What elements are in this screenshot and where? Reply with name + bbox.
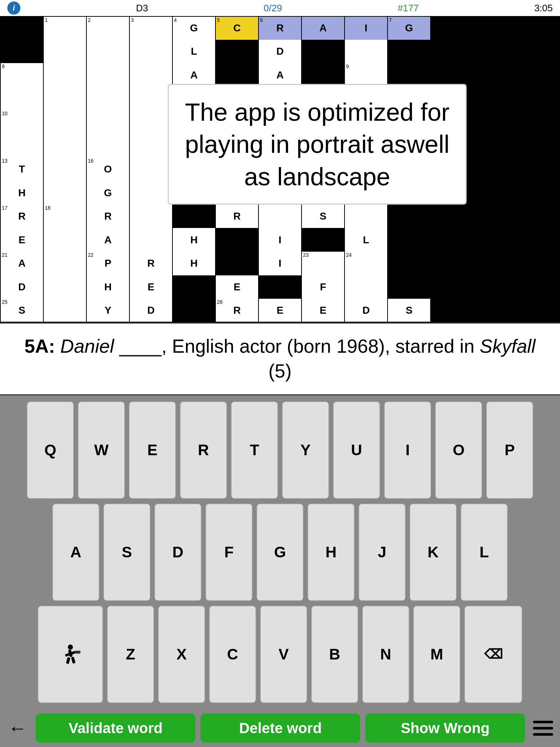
validate-button[interactable]: Validate word [36,713,195,743]
cell-highlighted[interactable]: 6R [259,17,301,40]
table-row[interactable]: 3 [130,17,172,40]
table-row[interactable] [44,110,86,134]
table-row[interactable]: 4G [173,17,215,40]
key-w[interactable]: W [78,401,125,499]
table-row[interactable]: 10 [1,110,43,134]
key-u[interactable]: U [333,401,380,499]
table-row[interactable]: I [259,252,301,275]
table-row[interactable] [1,134,43,158]
table-row[interactable]: S [302,205,344,228]
table-row[interactable] [130,134,172,158]
table-row[interactable]: L [345,228,387,252]
table-row[interactable]: G [87,181,129,205]
table-row[interactable]: D [259,40,301,63]
table-row[interactable]: 2 [87,17,129,40]
table-row[interactable]: 22P [87,252,129,275]
table-row[interactable] [259,205,301,228]
table-row[interactable] [130,87,172,111]
table-row[interactable] [87,134,129,158]
back-button[interactable]: ← [4,717,31,739]
cell-selected[interactable]: 5C [216,17,258,40]
table-row[interactable]: R [87,205,129,228]
table-row[interactable]: I [259,228,301,252]
orientation-popup[interactable]: The app is optimized for playing in port… [168,84,467,205]
table-row[interactable]: A [259,63,301,87]
table-row[interactable] [130,228,172,252]
table-row[interactable]: A [173,63,215,87]
key-n[interactable]: N [362,605,409,703]
table-row[interactable]: 18 [44,205,86,228]
table-row[interactable]: Y [87,299,129,322]
table-row[interactable] [87,40,129,63]
table-row[interactable]: 17R [1,205,43,228]
table-row[interactable] [345,40,387,63]
info-icon[interactable]: i [7,1,20,15]
key-y[interactable]: Y [282,401,329,499]
table-row[interactable]: 8 [1,63,43,87]
key-g[interactable]: G [256,503,304,601]
table-row[interactable]: H [1,181,43,205]
cell-highlighted[interactable]: A [302,17,344,40]
key-c[interactable]: C [209,605,256,703]
table-row[interactable] [130,158,172,181]
key-m[interactable]: M [413,605,460,703]
key-l[interactable]: L [460,503,508,601]
table-row[interactable]: E [216,275,258,299]
table-row[interactable]: F [302,275,344,299]
table-row[interactable]: E [130,275,172,299]
key-shift[interactable] [38,605,103,703]
key-f[interactable]: F [205,503,253,601]
cell-highlighted[interactable]: 7G [388,17,430,40]
table-row[interactable] [44,158,86,181]
key-e[interactable]: E [129,401,176,499]
key-a[interactable]: A [52,503,100,601]
menu-button[interactable] [530,713,556,743]
table-row[interactable] [87,87,129,111]
table-row[interactable]: H [87,275,129,299]
table-row[interactable] [1,87,43,111]
table-row[interactable] [345,205,387,228]
table-row[interactable] [87,110,129,134]
table-row[interactable] [130,110,172,134]
table-row[interactable]: 13T [1,158,43,181]
table-row[interactable]: E [302,299,344,322]
key-i[interactable]: I [384,401,431,499]
table-row[interactable] [44,87,86,111]
table-row[interactable] [130,205,172,228]
key-z[interactable]: Z [107,605,154,703]
delete-word-button[interactable]: Delete word [201,713,360,743]
key-j[interactable]: J [358,503,406,601]
table-row[interactable] [44,275,86,299]
key-r[interactable]: R [180,401,227,499]
table-row[interactable] [130,40,172,63]
key-k[interactable]: K [409,503,457,601]
table-row[interactable]: 21A [1,252,43,275]
cell-highlighted[interactable]: I [345,17,387,40]
key-o[interactable]: O [435,401,482,499]
table-row[interactable]: R [130,252,172,275]
table-row[interactable] [345,275,387,299]
table-row[interactable]: A [87,228,129,252]
table-row[interactable]: R [216,205,258,228]
key-v[interactable]: V [260,605,307,703]
table-row[interactable]: D [345,299,387,322]
key-d[interactable]: D [154,503,202,601]
table-row[interactable]: D [130,299,172,322]
table-row[interactable] [44,299,86,322]
key-q[interactable]: Q [27,401,74,499]
key-h[interactable]: H [307,503,355,601]
table-row[interactable] [130,181,172,205]
table-row[interactable] [44,181,86,205]
table-row[interactable] [44,228,86,252]
table-row[interactable]: 16O [87,158,129,181]
table-row[interactable] [44,252,86,275]
key-x[interactable]: X [158,605,205,703]
table-row[interactable]: E [259,299,301,322]
table-row[interactable]: 9 [345,63,387,87]
table-row[interactable]: 23 [302,252,344,275]
table-row[interactable]: H [173,228,215,252]
key-p[interactable]: P [486,401,533,499]
table-row[interactable] [130,63,172,87]
show-wrong-button[interactable]: Show Wrong [365,713,525,743]
table-row[interactable] [44,63,86,87]
